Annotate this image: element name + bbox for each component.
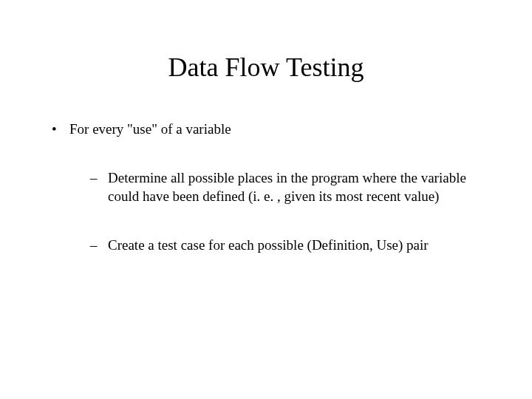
sub-bullet-list: Determine all possible places in the pro… bbox=[69, 168, 495, 255]
slide: Data Flow Testing For every "use" of a v… bbox=[0, 52, 532, 399]
slide-title: Data Flow Testing bbox=[0, 52, 532, 83]
bullet-text: For every "use" of a variable bbox=[69, 121, 231, 137]
sub-bullet-text: Determine all possible places in the pro… bbox=[108, 170, 466, 205]
bullet-list: For every "use" of a variable Determine … bbox=[0, 120, 532, 255]
sub-bullet-item: Create a test case for each possible (De… bbox=[90, 236, 495, 255]
sub-bullet-item: Determine all possible places in the pro… bbox=[90, 168, 495, 206]
sub-bullet-text: Create a test case for each possible (De… bbox=[108, 237, 429, 253]
bullet-item: For every "use" of a variable Determine … bbox=[52, 120, 495, 255]
